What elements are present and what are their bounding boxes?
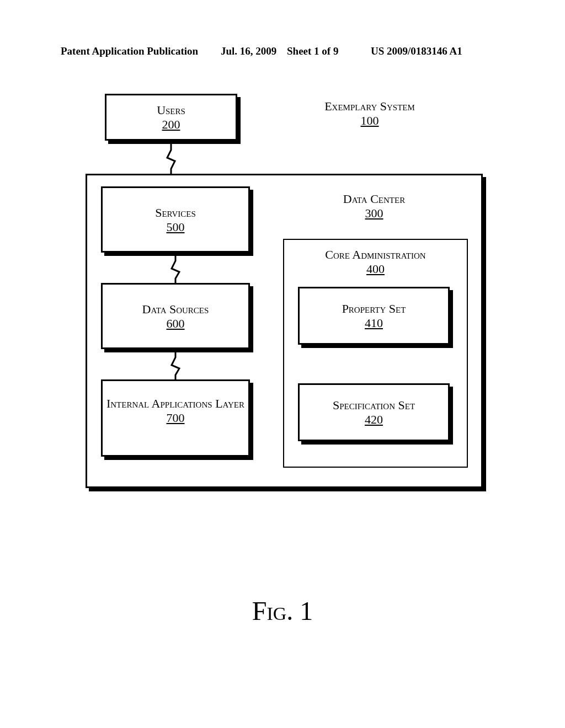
- internal-apps-block: Internal Applications Layer 700: [101, 379, 250, 457]
- data-center-title: Data Center 300: [305, 192, 443, 221]
- services-label: Services: [155, 206, 196, 220]
- data-center-block: Data Center 300 Services 500 Data Source…: [86, 174, 483, 488]
- connector-datasources-internalapps: [167, 351, 184, 381]
- property-set-ref: 410: [365, 316, 383, 330]
- users-label: Users: [157, 103, 185, 117]
- exemplary-system-ref: 100: [361, 114, 379, 127]
- exemplary-system-title: Exemplary System 100: [290, 99, 450, 128]
- data-center-label: Data Center: [343, 192, 405, 206]
- core-admin-ref: 400: [366, 262, 385, 276]
- specification-set-label: Specification Set: [333, 398, 415, 412]
- sheet-number: Sheet 1 of 9: [287, 45, 338, 57]
- internal-apps-label: Internal Applications Layer: [106, 397, 244, 410]
- data-sources-ref: 600: [167, 317, 185, 330]
- internal-apps-ref: 700: [167, 411, 185, 425]
- core-admin-label: Core Administration: [325, 248, 425, 261]
- specification-set-ref: 420: [365, 413, 383, 426]
- connector-users-datacenter: [163, 142, 179, 175]
- system-diagram: Users 200 Exemplary System 100 Data Cent…: [86, 85, 494, 510]
- users-block: Users 200: [105, 94, 237, 141]
- core-admin-title: Core Administration 400: [284, 248, 467, 276]
- data-sources-block: Data Sources 600: [101, 283, 250, 349]
- figure-caption: Fig. 1: [0, 596, 565, 626]
- page: Patent Application Publication Jul. 16, …: [0, 0, 565, 728]
- exemplary-system-label: Exemplary System: [324, 99, 415, 113]
- core-admin-block: Core Administration 400 Property Set 410…: [283, 239, 468, 468]
- services-ref: 500: [167, 220, 185, 234]
- specification-set-block: Specification Set 420: [298, 383, 450, 441]
- publication-number: US 2009/0183146 A1: [371, 45, 462, 57]
- data-center-ref: 300: [365, 206, 383, 220]
- property-set-block: Property Set 410: [298, 287, 450, 345]
- connector-services-datasources: [167, 254, 184, 285]
- publication-date: Jul. 16, 2009: [221, 45, 276, 57]
- users-ref: 200: [162, 117, 180, 131]
- data-sources-label: Data Sources: [142, 302, 209, 316]
- property-set-label: Property Set: [342, 302, 406, 315]
- publication-type: Patent Application Publication: [61, 45, 198, 57]
- services-block: Services 500: [101, 186, 250, 253]
